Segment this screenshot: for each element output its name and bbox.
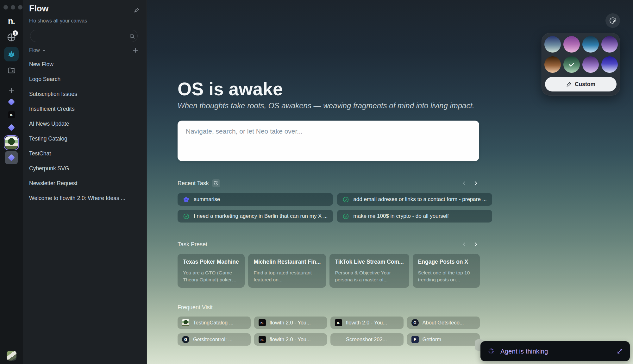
preset-card-title: Engage Posts on X — [418, 259, 474, 265]
task-preset-grid: Texas Poker Machine You are a GTO (Game … — [178, 254, 480, 288]
preset-card-description: You are a GTO (Game Theory Optimal) poke… — [183, 269, 239, 283]
rail-divider — [4, 81, 19, 81]
sidebar-item-label: Cyberpunk SVG — [29, 165, 69, 172]
flowith-mini-icon[interactable]: n. — [8, 111, 15, 118]
frequent-visit-label: Getform — [423, 336, 442, 342]
check-circle-icon — [342, 213, 349, 220]
frequent-visit-chip[interactable]: n. flowith 2.0 - You... — [254, 333, 327, 346]
theme-swatch[interactable] — [582, 56, 599, 73]
task-preset-card[interactable]: TikTok Live Stream Com... Persona & Obje… — [329, 254, 409, 288]
frequent-visit-chip[interactable]: TestingCatalog ... — [178, 317, 251, 329]
theme-swatch[interactable] — [544, 56, 561, 73]
flow-section-toggle[interactable]: Flow — [29, 47, 46, 53]
agent-status-toast[interactable]: Agent is thinking — [480, 341, 630, 361]
theme-swatch[interactable] — [563, 36, 580, 53]
omnibox-input[interactable] — [178, 121, 479, 161]
task-preset-header: Task Preset — [178, 240, 480, 248]
sidebar-item-label: AI News Update — [29, 121, 69, 127]
theme-swatch[interactable] — [544, 36, 561, 53]
sidebar-search-input[interactable] — [30, 30, 138, 42]
carousel-next-icon[interactable] — [472, 179, 480, 187]
window-zoom-button[interactable] — [18, 5, 22, 9]
recent-task-label: summarise — [194, 196, 220, 203]
task-preset-card[interactable]: Michelin Restaurant Fin... Find a top-ra… — [248, 254, 326, 288]
check-icon — [568, 61, 575, 68]
frequent-visit-chip[interactable]: G About Getsiteco... — [407, 317, 480, 329]
page-title: OS is awake — [178, 78, 283, 99]
recent-task-title: Recent Task — [178, 180, 209, 187]
task-preset-card[interactable]: Engage Posts on X Select one of the top … — [413, 254, 480, 288]
pin-icon[interactable] — [133, 7, 140, 14]
flowith-favicon: n. — [335, 319, 342, 326]
frequent-visit-chip[interactable]: n. flowith 2.0 - You... — [254, 317, 327, 329]
carousel-next-icon[interactable] — [472, 240, 480, 248]
sidebar-subtitle: Flo shows all your canvas — [29, 18, 87, 24]
sidebar-item[interactable]: Subscription Issues — [23, 87, 147, 102]
theme-swatch[interactable] — [601, 56, 618, 73]
testingcatalog-favicon — [182, 319, 189, 326]
agent-status-text: Agent is thinking — [500, 348, 611, 355]
theme-swatch[interactable] — [563, 56, 580, 73]
canvas-diamond-icon[interactable] — [9, 125, 14, 130]
folder-star-icon[interactable] — [7, 66, 16, 75]
page-subtitle: When thoughts take roots, OS awakens — w… — [178, 101, 474, 110]
recent-task-chip[interactable]: I need a marketing agency in Berlin that… — [178, 210, 333, 223]
flowith-logo: n. — [0, 16, 23, 26]
recent-task-chip[interactable]: summarise — [178, 193, 333, 206]
canvas-list: New Flow Logo Search Subscription Issues… — [23, 57, 147, 206]
getform-favicon: F — [411, 336, 419, 343]
recent-task-chip[interactable]: add email adreses or links to a contact … — [337, 193, 492, 206]
recent-task-chip[interactable]: make me 100$ in crypto - do all yourself — [337, 210, 492, 223]
custom-theme-button[interactable]: Custom — [545, 77, 617, 91]
frequent-visit-label: TestingCatalog ... — [193, 320, 234, 326]
carousel-prev-icon[interactable] — [460, 240, 468, 248]
testchat-tile[interactable] — [5, 151, 18, 164]
sidebar-item-label: Logo Search — [29, 76, 60, 82]
sidebar-item[interactable]: TestChat — [23, 146, 147, 161]
sidebar-item[interactable]: Insufficient Credits — [23, 102, 147, 116]
frequent-visit-title: Frequent Visit — [178, 304, 213, 311]
frequent-visit-chip[interactable]: G Getsitecontrol: ... — [178, 333, 251, 346]
expand-icon[interactable] — [617, 348, 623, 354]
user-avatar[interactable] — [7, 351, 16, 361]
sidebar-item[interactable]: Newsletter Request — [23, 176, 147, 191]
add-workspace-button[interactable] — [8, 86, 15, 94]
preset-card-description: Persona & Objective Your persona is a ma… — [335, 269, 404, 283]
sidebar-item[interactable]: Cyberpunk SVG — [23, 161, 147, 176]
history-icon[interactable] — [212, 179, 220, 187]
getsitecontrol-favicon: G — [182, 336, 189, 343]
chevron-down-icon — [42, 48, 46, 53]
theme-swatch[interactable] — [582, 36, 599, 53]
preset-card-title: TikTok Live Stream Com... — [335, 259, 404, 265]
sidebar: Flow Flo shows all your canvas Flow New … — [23, 0, 147, 364]
canvas-diamond-icon[interactable] — [9, 99, 14, 104]
no-icon — [335, 336, 342, 343]
testing-catalog-avatar-selected[interactable] — [5, 136, 18, 149]
sidebar-item[interactable]: Logo Search — [23, 72, 147, 87]
flow-section-row: Flow — [29, 47, 139, 54]
recent-task-label: make me 100$ in crypto - do all yourself — [353, 213, 448, 219]
frequent-visit-chip[interactable]: Screenshot 202... — [330, 333, 404, 346]
sidebar-title: Flow — [29, 4, 49, 14]
sidebar-item[interactable]: New Flow — [23, 57, 147, 72]
sidebar-item[interactable]: Testing Catalog — [23, 131, 147, 146]
window-minimize-button[interactable] — [11, 5, 15, 9]
recent-task-header: Recent Task — [178, 179, 480, 187]
add-flow-button[interactable] — [132, 47, 139, 54]
sidebar-rail-flow-active[interactable] — [4, 47, 19, 61]
preset-card-description: Find a top-rated restaurant featured on.… — [254, 269, 321, 283]
task-preset-card[interactable]: Texas Poker Machine You are a GTO (Game … — [178, 254, 245, 288]
icon-rail: n. 1 n. — [0, 0, 23, 364]
sidebar-item-label: TestChat — [29, 150, 51, 157]
frequent-visit-label: flowith 2.0 - You... — [270, 320, 311, 326]
frequent-visit-label: flowith 2.0 - You... — [346, 320, 387, 326]
theme-swatch[interactable] — [601, 36, 618, 53]
theme-button[interactable] — [605, 13, 620, 28]
sidebar-item-label: Welcome to flowith 2.0: Where Ideas ... — [29, 195, 125, 201]
window-close-button[interactable] — [3, 5, 8, 9]
sidebar-item[interactable]: AI News Update — [23, 116, 147, 131]
carousel-prev-icon[interactable] — [460, 179, 468, 187]
frequent-visit-chip[interactable]: F Getform — [407, 333, 480, 346]
frequent-visit-chip[interactable]: n. flowith 2.0 - You... — [330, 317, 404, 329]
sidebar-item[interactable]: Welcome to flowith 2.0: Where Ideas ... — [23, 191, 147, 206]
